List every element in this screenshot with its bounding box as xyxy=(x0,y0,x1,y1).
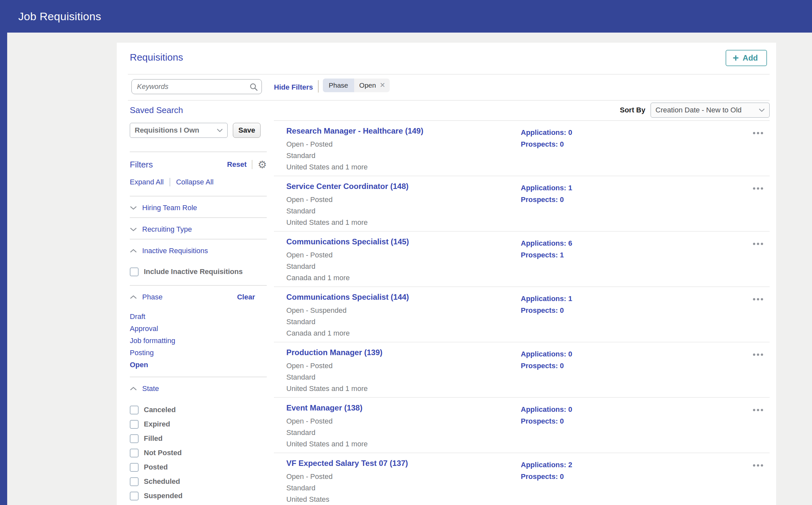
checkbox-label: Scheduled xyxy=(144,477,180,486)
checkbox-unchecked[interactable] xyxy=(130,405,139,414)
ellipsis-dot xyxy=(753,353,755,356)
requisition-row: Research Manager - Healthcare (149) Open… xyxy=(274,121,770,176)
applications-count-link[interactable]: Applications: 1 xyxy=(521,182,572,194)
requisitions-card: Requisitions + Add Hide Filters Phase Op… xyxy=(117,43,776,505)
chevron-down-icon xyxy=(759,109,765,112)
phase-option-link[interactable]: Posting xyxy=(130,347,267,359)
state-checkbox-row[interactable]: Posted xyxy=(130,460,267,474)
checkbox-unchecked[interactable] xyxy=(130,492,139,500)
applications-count-link[interactable]: Applications: 6 xyxy=(521,237,572,249)
sort-bar: Sort By Creation Date - New to Old xyxy=(274,100,770,121)
requisition-title-link[interactable]: Communications Specialist (145) xyxy=(286,237,409,246)
state-checkbox-row[interactable]: Expired xyxy=(130,417,267,432)
saved-search-select[interactable]: Requisitions I Own xyxy=(130,123,228,138)
requisition-title-link[interactable]: VF Expected Salary Test 07 (137) xyxy=(286,459,408,468)
phase-option-link[interactable]: Approval xyxy=(130,323,267,335)
row-actions-menu-button[interactable] xyxy=(752,131,765,136)
prospects-count-link[interactable]: Prospects: 0 xyxy=(521,194,572,206)
requisition-type: Standard xyxy=(286,482,770,494)
applications-count-link[interactable]: Applications: 0 xyxy=(521,404,572,415)
applications-count-link[interactable]: Applications: 0 xyxy=(521,127,572,139)
ellipsis-dot xyxy=(761,464,763,467)
add-requisition-button[interactable]: + Add xyxy=(725,50,767,66)
checkbox-unchecked[interactable] xyxy=(130,268,139,276)
filter-section-state[interactable]: State xyxy=(130,383,267,394)
collapse-all-link[interactable]: Collapse All xyxy=(176,178,214,186)
phase-option-link[interactable]: Draft xyxy=(130,311,267,323)
phase-options-list: DraftApprovalJob formattingPostingOpen xyxy=(130,311,267,371)
prospects-count-link[interactable]: Prospects: 0 xyxy=(521,139,572,150)
search-icon[interactable] xyxy=(249,83,258,91)
filter-section-recruiting-type[interactable]: Recruiting Type xyxy=(130,224,267,235)
requisition-row: Communications Specialist (144) Open - S… xyxy=(274,287,770,342)
checkbox-unchecked[interactable] xyxy=(130,477,139,486)
filter-section-hiring-team-role[interactable]: Hiring Team Role xyxy=(130,202,267,213)
requisition-title-link[interactable]: Event Manager (138) xyxy=(286,403,362,413)
state-checkbox-row[interactable]: Canceled xyxy=(130,403,267,417)
prospects-count-link[interactable]: Prospects: 0 xyxy=(521,471,572,483)
checkbox-label: Include Inactive Requisitions xyxy=(144,268,243,276)
requisition-title-link[interactable]: Service Center Coordinator (148) xyxy=(286,181,409,191)
ellipsis-dot xyxy=(761,353,763,356)
chevron-up-icon[interactable] xyxy=(130,249,137,253)
requisition-title-link[interactable]: Production Manager (139) xyxy=(286,348,382,357)
state-checkbox-row[interactable]: Suspended xyxy=(130,489,267,503)
divider xyxy=(252,160,252,169)
requisition-location: United States and 1 more xyxy=(286,217,770,228)
chevron-up-icon[interactable] xyxy=(130,387,137,391)
hide-filters-link[interactable]: Hide Filters xyxy=(274,83,313,92)
checkbox-unchecked[interactable] xyxy=(130,434,139,443)
state-checkbox-row[interactable]: Not Posted xyxy=(130,446,267,460)
include-inactive-checkbox-row[interactable]: Include Inactive Requisitions xyxy=(130,265,267,279)
ellipsis-dot xyxy=(757,464,759,467)
requisitions-list-panel: Sort By Creation Date - New to Old Resea… xyxy=(274,100,770,505)
row-actions-menu-button[interactable] xyxy=(752,241,765,246)
applications-count-link[interactable]: Applications: 0 xyxy=(521,348,572,360)
prospects-count-link[interactable]: Prospects: 0 xyxy=(521,305,572,316)
filter-section-phase[interactable]: Phase Clear xyxy=(130,292,267,303)
row-actions-menu-button[interactable] xyxy=(752,297,765,302)
sort-selected-value: Creation Date - New to Old xyxy=(656,106,741,114)
remove-filter-close-icon[interactable]: × xyxy=(380,81,385,90)
filter-settings-gear-icon[interactable]: ⚙ xyxy=(258,160,267,170)
divider xyxy=(130,285,267,286)
chevron-up-icon[interactable] xyxy=(130,295,137,299)
checkbox-unchecked[interactable] xyxy=(130,449,139,458)
row-actions-menu-button[interactable] xyxy=(752,407,765,412)
add-button-label: Add xyxy=(742,53,758,62)
requisition-title-link[interactable]: Communications Specialist (144) xyxy=(286,292,409,302)
prospects-count-link[interactable]: Prospects: 1 xyxy=(521,249,572,261)
ellipsis-dot xyxy=(757,298,759,300)
applications-count-link[interactable]: Applications: 2 xyxy=(521,459,572,471)
requisition-type: Standard xyxy=(286,371,770,383)
ellipsis-dot xyxy=(753,464,755,467)
reset-filters-link[interactable]: Reset xyxy=(227,160,246,169)
prospects-count-link[interactable]: Prospects: 0 xyxy=(521,415,572,427)
checkbox-unchecked[interactable] xyxy=(130,463,139,472)
requisition-title-link[interactable]: Research Manager - Healthcare (149) xyxy=(286,126,423,136)
ellipsis-dot xyxy=(761,132,763,134)
keywords-input[interactable] xyxy=(131,79,262,94)
save-search-button[interactable]: Save xyxy=(233,123,260,138)
expand-all-link[interactable]: Expand All xyxy=(130,178,164,186)
phase-option-link[interactable]: Open xyxy=(130,359,267,371)
state-checkbox-row[interactable]: Filled xyxy=(130,432,267,446)
sort-select[interactable]: Creation Date - New to Old xyxy=(651,103,770,118)
row-actions-menu-button[interactable] xyxy=(752,186,765,191)
applications-count-link[interactable]: Applications: 1 xyxy=(521,293,572,305)
prospects-count-link[interactable]: Prospects: 0 xyxy=(521,360,572,372)
divider xyxy=(130,217,267,218)
state-checkbox-row[interactable]: Scheduled xyxy=(130,474,267,489)
row-actions-menu-button[interactable] xyxy=(752,463,765,468)
divider xyxy=(130,377,267,377)
chevron-down-icon[interactable] xyxy=(130,227,137,231)
phase-option-link[interactable]: Job formatting xyxy=(130,335,267,347)
checkbox-unchecked[interactable] xyxy=(130,420,139,429)
chevron-down-icon[interactable] xyxy=(130,206,137,210)
filter-section-inactive-requisitions[interactable]: Inactive Requisitions xyxy=(130,245,267,257)
ellipsis-dot xyxy=(761,298,763,300)
clear-phase-filter-link[interactable]: Clear xyxy=(237,293,267,301)
row-actions-menu-button[interactable] xyxy=(752,352,765,357)
section-label: Phase xyxy=(142,293,162,301)
plus-icon: + xyxy=(733,52,739,63)
